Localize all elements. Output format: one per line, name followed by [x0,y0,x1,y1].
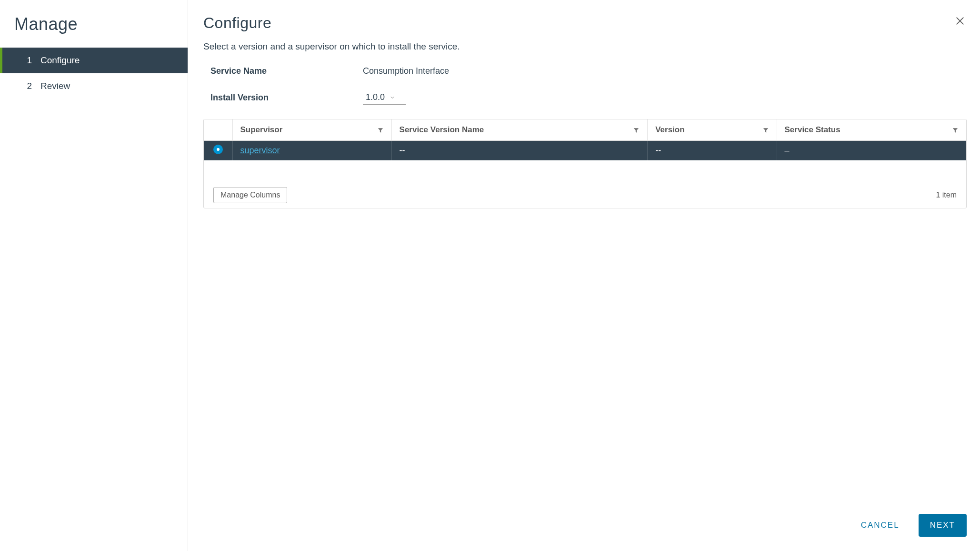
filter-icon[interactable] [952,127,959,133]
step-review[interactable]: 2 Review [0,73,188,99]
column-header-service-status[interactable]: Service Status [777,119,966,141]
column-header-supervisor[interactable]: Supervisor [232,119,391,141]
step-configure[interactable]: 1 Configure [0,48,188,73]
wizard-steps: 1 Configure 2 Review [0,48,188,99]
install-version-select[interactable]: 1.0.0 [363,90,406,105]
step-number: 1 [26,55,32,66]
column-header-radio [204,119,232,141]
row-supervisor-cell: supervisor [232,141,391,161]
filter-icon[interactable] [762,127,769,133]
row-service-status-cell: – [777,141,966,161]
column-header-version[interactable]: Version [648,119,777,141]
wizard-sidebar: Manage 1 Configure 2 Review [0,0,188,551]
column-label: Service Version Name [400,125,484,135]
form-row-install-version: Install Version 1.0.0 [203,90,967,105]
close-icon [955,16,965,26]
sidebar-title: Manage [0,14,188,48]
main-header: Configure [203,14,967,41]
install-version-label: Install Version [210,93,363,103]
empty-row [204,160,966,182]
row-service-version-name-cell: -- [391,141,648,161]
table-row[interactable]: supervisor -- -- – [204,141,966,161]
wizard-actions: CANCEL NEXT [856,514,967,537]
form-row-service-name: Service Name Consumption Interface [203,66,967,76]
filter-icon[interactable] [633,127,640,133]
item-count: 1 item [936,191,957,199]
column-header-service-version-name[interactable]: Service Version Name [391,119,648,141]
main-content: Configure Select a version and a supervi… [188,0,980,551]
column-label: Version [655,125,684,135]
step-number: 2 [26,81,32,91]
column-label: Supervisor [240,125,283,135]
install-version-value: 1.0.0 [366,92,385,102]
row-version-cell: -- [648,141,777,161]
filter-icon[interactable] [377,127,384,133]
service-name-label: Service Name [210,66,363,76]
supervisor-table: Supervisor Service Version Name [204,119,966,182]
cancel-button[interactable]: CANCEL [856,515,904,536]
table-footer: Manage Columns 1 item [204,182,966,208]
manage-columns-button[interactable]: Manage Columns [213,187,287,203]
supervisor-table-wrapper: Supervisor Service Version Name [203,119,967,208]
chevron-down-icon [390,95,395,100]
supervisor-link[interactable]: supervisor [240,146,280,155]
column-label: Service Status [785,125,840,135]
row-radio-cell[interactable] [204,141,232,161]
next-button[interactable]: NEXT [919,514,967,537]
step-label: Configure [40,55,80,66]
close-button[interactable] [953,14,967,28]
service-name-value: Consumption Interface [363,66,449,76]
page-description: Select a version and a supervisor on whi… [203,41,967,52]
step-label: Review [40,81,70,91]
radio-selected-icon [213,145,223,154]
page-title: Configure [203,14,271,32]
